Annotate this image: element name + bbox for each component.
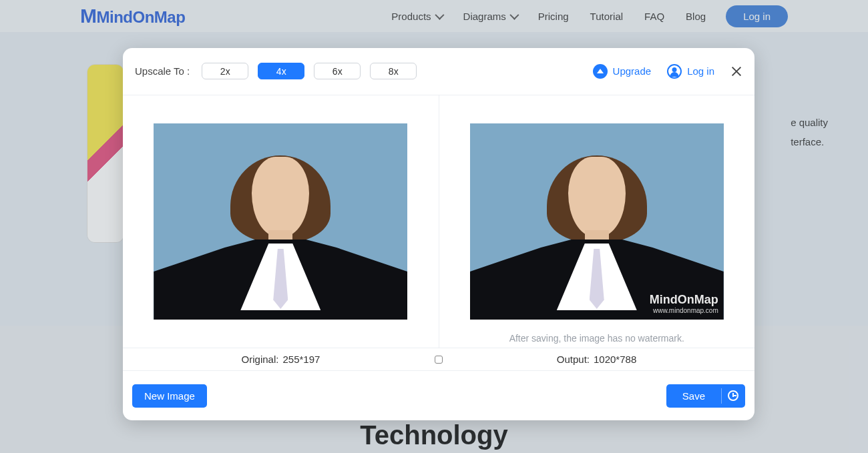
upgrade-link[interactable]: Upgrade — [593, 64, 652, 79]
clock-icon — [728, 390, 738, 401]
upscale-label: Upscale To : — [135, 65, 190, 77]
scale-8x-button[interactable]: 8x — [370, 63, 417, 79]
output-pane: MindOnMap www.mindonmap.com After saving… — [439, 95, 755, 348]
modal-actions: New Image Save — [123, 371, 754, 420]
dimensions-bar: Original:255*197 Output:1020*788 — [123, 348, 754, 371]
upgrade-icon — [593, 64, 608, 79]
new-image-button[interactable]: New Image — [132, 384, 207, 408]
save-button[interactable]: Save — [666, 384, 721, 408]
user-icon — [667, 64, 682, 79]
output-dimensions: Output:1020*788 — [439, 354, 754, 365]
watermark-note: After saving, the image has no watermark… — [439, 333, 755, 344]
scale-6x-button[interactable]: 6x — [314, 63, 361, 79]
original-image — [154, 123, 407, 320]
original-dimensions: Original:255*197 — [123, 354, 439, 365]
watermark: MindOnMap www.mindonmap.com — [650, 293, 718, 314]
upscaler-modal: Upscale To : 2x 4x 6x 8x Upgrade Log in — [123, 48, 754, 420]
close-icon[interactable] — [730, 65, 742, 77]
modal-toolbar: Upscale To : 2x 4x 6x 8x Upgrade Log in — [123, 48, 754, 95]
scale-2x-button[interactable]: 2x — [202, 63, 248, 79]
scale-4x-button[interactable]: 4x — [258, 63, 304, 79]
original-pane — [123, 95, 439, 348]
compare-handle-icon[interactable] — [435, 356, 443, 364]
modal-login-link[interactable]: Log in — [667, 64, 714, 79]
save-history-button[interactable] — [721, 384, 745, 408]
compare-area: MindOnMap www.mindonmap.com After saving… — [123, 95, 754, 348]
output-image: MindOnMap www.mindonmap.com — [470, 123, 724, 320]
